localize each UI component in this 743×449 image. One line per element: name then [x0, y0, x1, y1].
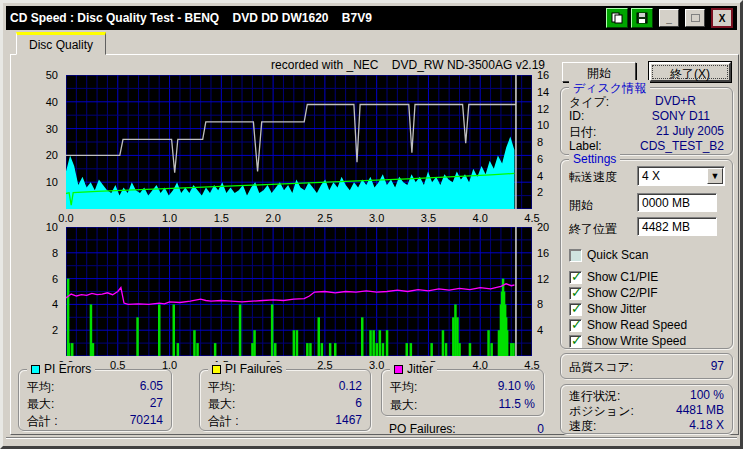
axis-tick-label: 12	[537, 103, 561, 115]
close-button[interactable]: X	[711, 8, 733, 28]
disc-info-row: Label:CDS_TEST_B2	[569, 139, 724, 153]
po-failures-row: PO Failures: 0	[389, 422, 544, 436]
minimize-icon: _	[666, 13, 672, 24]
axis-tick-label: 8	[11, 247, 58, 259]
axis-tick-label: 4	[537, 170, 561, 182]
quality-score-value: 97	[711, 359, 724, 376]
pi-errors-legend-label: PI Errors	[44, 362, 91, 376]
pi-errors-stats-group: PI Errors 平均:6.05 最大:27 合計 :70214	[18, 369, 172, 431]
axis-tick-label: 8	[537, 136, 561, 148]
window-title: CD Speed : Disc Quality Test - BENQ DVD …	[10, 11, 606, 25]
transfer-speed-select[interactable]: 4 X ▼	[637, 166, 725, 186]
status-bar	[6, 437, 737, 449]
axis-tick-label: 8	[537, 298, 561, 310]
axis-tick-label: 10	[537, 119, 561, 131]
stat-row: 合計 :1467	[208, 413, 362, 430]
show-jitter-checkbox[interactable]	[569, 303, 582, 316]
axis-tick-label: 6	[11, 273, 58, 285]
quick-scan-checkbox[interactable]	[569, 249, 582, 262]
checkbox-show-jitter[interactable]: Show Jitter	[569, 302, 646, 316]
axis-tick-label: 10	[11, 221, 58, 233]
chevron-down-icon[interactable]: ▼	[707, 168, 723, 184]
checkbox-show-write-speed[interactable]: Show Write Speed	[569, 334, 686, 348]
jitter-swatch	[394, 365, 403, 374]
minimize-button[interactable]: _	[659, 9, 679, 27]
axis-tick-label: 4	[11, 298, 58, 310]
axis-tick-label: 50	[11, 69, 58, 81]
maximize-button[interactable]	[685, 9, 705, 27]
axis-tick-label: 10	[11, 176, 58, 188]
maximize-icon	[691, 14, 700, 22]
start-button[interactable]: 開始	[562, 62, 636, 82]
pi-failures-stats-group: PI Failures 平均:0.12 最大:6 合計 :1467	[199, 369, 371, 431]
checkbox-show-c2-pif[interactable]: Show C2/PIF	[569, 286, 658, 300]
stat-row: 最大:27	[27, 396, 163, 413]
axis-tick-label: 14	[537, 86, 561, 98]
show-read-speed-checkbox[interactable]	[569, 319, 582, 332]
settings-legend: Settings	[569, 152, 620, 166]
tab-disc-quality[interactable]: Disc Quality	[16, 32, 106, 55]
jitter-legend: Jitter	[390, 362, 437, 376]
stat-row: 平均:9.10 %	[390, 379, 535, 396]
stat-row: 合計 :70214	[27, 413, 163, 430]
checkbox-show-c1-pie[interactable]: Show C1/PIE	[569, 270, 658, 284]
start-position-field[interactable]: 0000 MB	[637, 193, 717, 212]
settings-group: Settings 転送速度 4 X ▼ 開始 0000 MB 終了位置 4482…	[560, 159, 733, 349]
axis-tick-label: 40	[11, 96, 58, 108]
axis-tick-label: 6	[537, 153, 561, 165]
titlebar-buttons: _ X	[606, 8, 733, 28]
save-icon	[636, 12, 648, 24]
pi-errors-chart: 10203040502468101214160.00.51.01.52.02.5…	[11, 61, 567, 223]
disc-info-row: ID:SONY D11	[569, 109, 724, 123]
jitter-stats-group: Jitter 平均:9.10 % 最大:11.5 %	[381, 369, 544, 416]
show-write-speed-checkbox[interactable]	[569, 335, 582, 348]
axis-tick-label: 20	[11, 149, 58, 161]
axis-tick-label: 2	[537, 186, 561, 198]
axis-tick-label: 30	[11, 123, 58, 135]
pi-failures-legend: PI Failures	[208, 362, 286, 376]
progress-group: 進行状況:100 % ポジション:4481 MB 速度:4.18 X	[560, 384, 733, 434]
axis-tick-label: 20	[537, 221, 561, 233]
stat-row: 最大:6	[208, 396, 362, 413]
axis-tick-label: 4	[537, 324, 561, 336]
exit-button[interactable]: 終了(X)	[649, 62, 731, 82]
pi-failures-legend-label: PI Failures	[225, 362, 282, 376]
pi-errors-legend: PI Errors	[27, 362, 95, 376]
stat-row: 平均:0.12	[208, 379, 362, 396]
show-c1-pie-checkbox[interactable]	[569, 271, 582, 284]
show-c2-pif-checkbox[interactable]	[569, 287, 582, 300]
copy-button[interactable]	[606, 8, 628, 28]
titlebar: CD Speed : Disc Quality Test - BENQ DVD …	[6, 6, 737, 30]
transfer-speed-value: 4 X	[642, 169, 660, 183]
checkbox-quick-scan[interactable]: Quick Scan	[569, 248, 648, 262]
save-button[interactable]	[631, 8, 653, 28]
jitter-legend-label: Jitter	[407, 362, 433, 376]
speed-row: 速度:4.18 X	[569, 418, 724, 435]
axis-tick-label: 16	[537, 247, 561, 259]
tab-panel: recorded with _NEC DVD_RW ND-3500AG v2.1…	[10, 54, 739, 435]
copy-icon	[611, 12, 623, 24]
stat-row: 最大:11.5 %	[390, 397, 535, 414]
disc-info-group: ディスク情報 タイプ:DVD+R ID:SONY D11 日付:21 July …	[560, 87, 733, 155]
plot-area	[66, 75, 532, 209]
axis-tick-label: 12	[537, 273, 561, 285]
end-position-field[interactable]: 4482 MB	[637, 217, 717, 236]
quality-score-row: 品質スコア: 97	[569, 359, 724, 376]
checkbox-show-read-speed[interactable]: Show Read Speed	[569, 318, 687, 332]
app-window: CD Speed : Disc Quality Test - BENQ DVD …	[0, 0, 743, 449]
axis-tick-label: 2	[11, 324, 58, 336]
close-icon: X	[719, 13, 726, 24]
plot-area	[66, 227, 532, 356]
stat-row: 平均:6.05	[27, 379, 163, 396]
pi-errors-swatch	[31, 365, 40, 374]
pif-jitter-chart: 246810481216200.00.51.01.52.02.53.03.54.…	[11, 213, 567, 373]
axis-tick-label: 16	[537, 69, 561, 81]
pi-failures-swatch	[212, 365, 221, 374]
quality-score-group: 品質スコア: 97	[560, 353, 733, 379]
